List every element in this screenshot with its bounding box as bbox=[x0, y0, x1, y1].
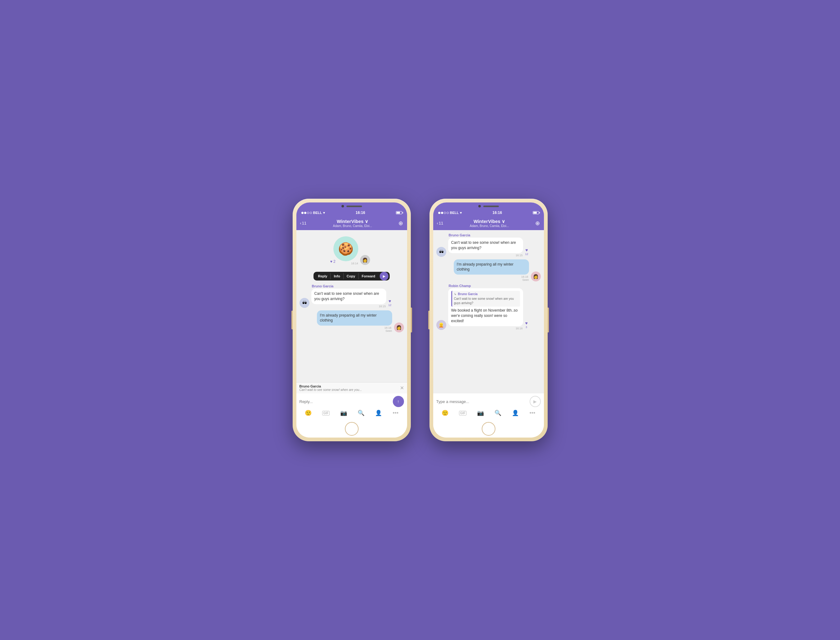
message-input-right[interactable] bbox=[436, 399, 527, 404]
front-camera bbox=[341, 205, 344, 207]
camera-button[interactable]: 📷 bbox=[340, 410, 347, 416]
chat-area-left: 👩 🍪 ♥ 2 16:14 Reply bbox=[296, 230, 407, 382]
reply-bubble: ↳ Bruno Garcia Can't wait to see some sn… bbox=[448, 288, 523, 326]
signal-dot-1 bbox=[301, 212, 304, 214]
forward-button[interactable]: Forward bbox=[358, 272, 378, 280]
heart-icon: ♥ bbox=[389, 299, 391, 304]
phone-top-detail: BELL ▾ 16:16 ‹ 11 bbox=[296, 202, 407, 230]
back-count-r: 11 bbox=[439, 221, 443, 226]
chat-subtitle-r: Adam, Bruno, Camiia, Eloi... bbox=[470, 224, 509, 228]
context-menu: Reply Info Copy Forward ▶ bbox=[314, 272, 389, 280]
sent-message-1: 👩 I'm already preparing all my winter cl… bbox=[299, 310, 404, 333]
toolbar-right: 🙂 GIF 📷 🔍 👤 ••• bbox=[436, 409, 541, 417]
heart-icon-r1: ♥ bbox=[525, 248, 528, 253]
message-input-left[interactable] bbox=[299, 399, 390, 404]
reply-author-text: Bruno Garcia bbox=[458, 292, 477, 296]
sent-text-r: I'm already preparing all my winter clot… bbox=[457, 262, 514, 272]
battery-fill-r bbox=[533, 212, 537, 214]
sticker-image: 🍪 ♥ 2 bbox=[333, 236, 358, 261]
chat-title[interactable]: WinterVibes ∨ bbox=[333, 219, 372, 224]
close-reply-button[interactable]: ✕ bbox=[400, 385, 404, 391]
nav-bar-left: ‹ 11 WinterVibes ∨ Adam, Bruno, Camiia, … bbox=[296, 216, 407, 230]
sent-avatar: 👩 bbox=[360, 255, 370, 265]
back-button[interactable]: ‹ 11 bbox=[300, 221, 307, 226]
emoji-button[interactable]: 🙂 bbox=[305, 410, 312, 416]
reply-quote: ↳ Bruno Garcia Can't wait to see some sn… bbox=[451, 291, 520, 307]
context-menu-area: Reply Info Copy Forward ▶ bbox=[299, 270, 404, 282]
home-circle-r[interactable] bbox=[482, 422, 495, 436]
info-button[interactable]: Info bbox=[331, 272, 343, 280]
back-count: 11 bbox=[302, 221, 306, 226]
input-row: ↑ bbox=[299, 396, 404, 407]
seen-r: Seen bbox=[454, 278, 529, 282]
wifi-icon: ▾ bbox=[323, 211, 325, 215]
message-time: 16:15 bbox=[311, 305, 387, 308]
signal-dot-r3 bbox=[444, 212, 446, 214]
search-button[interactable]: 🔍 bbox=[358, 410, 365, 416]
people-button[interactable]: 👤 bbox=[375, 410, 382, 416]
sender-name: Bruno Garcia bbox=[311, 284, 387, 288]
status-bar-left: BELL ▾ 16:16 bbox=[296, 209, 407, 216]
reply-bubble-wrap: Robin Champ ↳ Bruno Garcia Can't wait to… bbox=[448, 284, 523, 330]
phone-left: BELL ▾ 16:16 ‹ 11 bbox=[293, 199, 411, 441]
add-person-button-r[interactable]: ⊕ bbox=[535, 220, 540, 227]
heart-count-r1: 12 bbox=[525, 253, 528, 256]
send-button-left[interactable]: ↑ bbox=[393, 396, 404, 407]
bubble-wrap-r1: Bruno Garcia Can't wait to see some snow… bbox=[448, 233, 523, 257]
send-button-right[interactable]: ▶ bbox=[530, 396, 541, 407]
status-time-r: 16:16 bbox=[493, 211, 502, 215]
copy-button[interactable]: Copy bbox=[344, 272, 358, 280]
reply-bar: Bruno Garcia Can't wait to see some snow… bbox=[296, 382, 407, 394]
battery-fill bbox=[397, 212, 400, 214]
home-button-area bbox=[296, 419, 407, 438]
sticker-heart-reaction: ♥ 2 bbox=[330, 259, 336, 264]
signal-dot-r1 bbox=[438, 212, 440, 214]
status-left-r: BELL ▾ bbox=[438, 211, 462, 215]
more-button-r[interactable]: ••• bbox=[530, 410, 536, 416]
message-text: Can't wait to see some snow! when are yo… bbox=[314, 291, 379, 301]
sent-wrap-r: I'm already preparing all my winter clot… bbox=[454, 259, 529, 282]
wifi-icon-r: ▾ bbox=[460, 211, 462, 215]
back-chevron: ‹ bbox=[300, 221, 301, 226]
front-camera-right bbox=[478, 205, 481, 207]
robin-avatar: 👱 bbox=[436, 320, 446, 330]
home-button-area-r bbox=[433, 419, 544, 438]
nav-bar-right: ‹ 11 WinterVibes ∨ Adam, Bruno, Camiia, … bbox=[433, 216, 544, 230]
signal-dot-3 bbox=[307, 212, 309, 214]
sent-time: 16:16 bbox=[317, 326, 392, 329]
bruno-avatar: 🕶 bbox=[299, 298, 309, 308]
camera-button-r[interactable]: 📷 bbox=[477, 410, 484, 416]
heart-icon-r2: ♥ bbox=[525, 321, 528, 326]
play-button[interactable]: ▶ bbox=[380, 272, 389, 280]
sent-bubble-r: I'm already preparing all my winter clot… bbox=[454, 259, 529, 275]
more-button[interactable]: ••• bbox=[393, 410, 399, 416]
sender-name-r1: Bruno Garcia bbox=[448, 233, 523, 237]
home-circle[interactable] bbox=[345, 422, 358, 436]
chat-title-r[interactable]: WinterVibes ∨ bbox=[470, 219, 509, 224]
status-bar-right: BELL ▾ 16:16 bbox=[433, 209, 544, 216]
nav-center-r: WinterVibes ∨ Adam, Bruno, Camiia, Eloi.… bbox=[470, 219, 509, 228]
heart-count-r2: 3 bbox=[526, 326, 527, 329]
sent-bubble: I'm already preparing all my winter clot… bbox=[317, 310, 392, 326]
bubble-r1: Can't wait to see some snow! when are yo… bbox=[448, 238, 523, 253]
reply-button[interactable]: Reply bbox=[315, 272, 330, 280]
reply-quote-text: Can't wait to see some snow! when are yo… bbox=[454, 297, 518, 306]
received-message-r1: 🕶 Bruno Garcia Can't wait to see some sn… bbox=[436, 233, 541, 257]
battery-icon-r bbox=[533, 211, 539, 214]
signal-bars-r bbox=[438, 212, 449, 214]
my-avatar-r: 👩 bbox=[531, 272, 541, 282]
gif-button[interactable]: GIF bbox=[322, 411, 330, 416]
status-right-r bbox=[533, 211, 539, 214]
back-button-r[interactable]: ‹ 11 bbox=[437, 221, 443, 226]
add-person-button[interactable]: ⊕ bbox=[398, 220, 403, 227]
people-button-r[interactable]: 👤 bbox=[512, 410, 519, 416]
bruno-avatar-r: 🕶 bbox=[436, 247, 446, 257]
status-right bbox=[396, 211, 402, 214]
search-button-r[interactable]: 🔍 bbox=[494, 410, 501, 416]
gif-button-r[interactable]: GIF bbox=[459, 411, 467, 416]
signal-dot-4 bbox=[310, 212, 312, 214]
time-r2: 16:16 bbox=[448, 327, 523, 330]
battery-icon bbox=[396, 211, 402, 214]
earpiece bbox=[346, 206, 362, 207]
emoji-button-r[interactable]: 🙂 bbox=[442, 410, 448, 416]
